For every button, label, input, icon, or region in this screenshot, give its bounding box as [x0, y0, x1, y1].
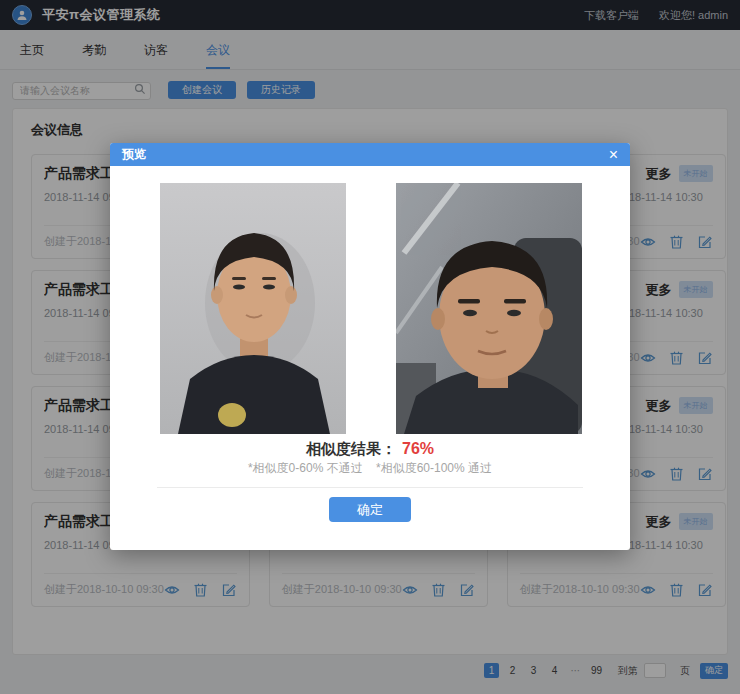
confirm-button[interactable]: 确定 — [329, 497, 411, 522]
modal-title: 预览 — [122, 146, 146, 163]
similarity-value: 76% — [402, 440, 434, 457]
close-icon[interactable]: × — [609, 147, 618, 163]
modal-header: 预览 × — [110, 143, 630, 166]
captured-face-photo — [396, 183, 582, 434]
modal-divider — [157, 487, 583, 488]
similarity-result: 相似度结果：76% — [110, 440, 630, 459]
note-pass: *相似度60-100% 通过 — [376, 461, 492, 475]
similarity-label: 相似度结果： — [306, 440, 396, 457]
similarity-note: *相似度0-60% 不通过 *相似度60-100% 通过 — [110, 460, 630, 477]
registered-face-photo — [160, 183, 346, 434]
note-fail: *相似度0-60% 不通过 — [248, 461, 363, 475]
preview-modal: 预览 × — [110, 143, 630, 550]
